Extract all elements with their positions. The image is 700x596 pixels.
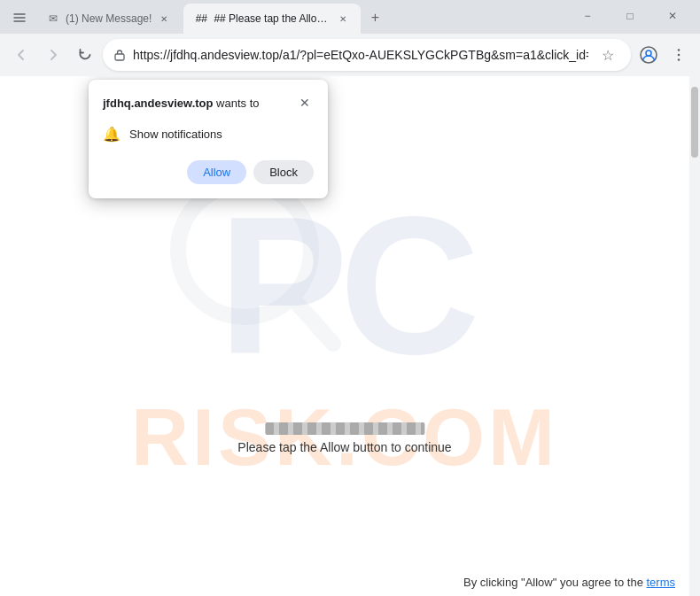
popup-wants-text: wants to <box>213 97 259 110</box>
page-content: PC RISK.COM Please tap the Allow button … <box>0 76 689 596</box>
svg-point-5 <box>678 58 681 61</box>
bell-icon: 🔔 <box>103 126 121 143</box>
allow-button[interactable]: Allow <box>187 160 246 184</box>
popup-close-button[interactable]: ✕ <box>296 94 314 112</box>
magnifier-watermark <box>165 171 342 366</box>
popup-permission-row: 🔔 Show notifications <box>103 122 314 146</box>
back-button[interactable] <box>7 41 35 69</box>
svg-rect-0 <box>115 54 124 60</box>
popup-site-name: jfdhq.andesview.top <box>103 97 213 110</box>
page-instruction: Please tap the Allow button to continue <box>237 440 451 454</box>
nav-bar: ☆ <box>0 34 700 76</box>
footer-text: By clicking "Allow" you agree to the <box>463 576 647 589</box>
tab1-close-button[interactable]: ✕ <box>157 12 171 26</box>
tab1-favicon: ✉ <box>46 12 60 26</box>
window-controls: − □ ✕ <box>567 4 693 34</box>
tab-new-message[interactable]: ✉ (1) New Message! ✕ <box>35 4 182 34</box>
loading-progress-bar <box>265 422 424 435</box>
tab-bar: ✉ (1) New Message! ✕ ## ## Please tap th… <box>0 0 700 34</box>
new-tab-button[interactable]: + <box>362 5 387 30</box>
tab2-favicon: ## <box>194 12 208 26</box>
browser-body: PC RISK.COM Please tap the Allow button … <box>0 76 700 596</box>
reload-button[interactable] <box>71 41 99 69</box>
popup-header: jfdhq.andesview.top wants to ✕ <box>103 94 314 112</box>
toolbar-right <box>634 41 693 69</box>
terms-link[interactable]: terms <box>647 576 676 589</box>
popup-permission-text: Show notifications <box>129 128 222 141</box>
block-button[interactable]: Block <box>253 160 314 184</box>
pc-watermark-text: PC <box>218 189 471 383</box>
address-input[interactable] <box>133 48 588 62</box>
scrollbar[interactable] <box>689 76 700 596</box>
svg-line-7 <box>295 301 333 344</box>
svg-point-6 <box>178 184 311 317</box>
forward-button[interactable] <box>39 41 67 69</box>
close-button[interactable]: ✕ <box>652 4 693 28</box>
popup-title: jfdhq.andesview.top wants to <box>103 97 260 110</box>
page-footer: By clicking "Allow" you agree to the ter… <box>463 576 675 589</box>
bookmark-button[interactable]: ☆ <box>595 43 620 67</box>
popup-buttons: Allow Block <box>103 160 314 184</box>
address-bar[interactable]: ☆ <box>103 39 631 71</box>
tab1-label: (1) New Message! <box>66 12 152 25</box>
svg-point-4 <box>678 54 681 57</box>
minimize-button[interactable]: − <box>567 4 608 28</box>
page-center: Please tap the Allow button to continue <box>237 422 451 454</box>
svg-point-3 <box>678 49 681 51</box>
tab2-close-button[interactable]: ✕ <box>336 12 350 26</box>
lock-icon <box>113 49 126 61</box>
svg-point-2 <box>646 50 651 56</box>
scrollbar-thumb[interactable] <box>691 87 698 158</box>
tab2-label: ## Please tap the Allow button <box>214 12 331 25</box>
profile-button[interactable] <box>634 41 663 69</box>
browser-frame: ✉ (1) New Message! ✕ ## ## Please tap th… <box>0 0 700 596</box>
permission-popup: jfdhq.andesview.top wants to ✕ 🔔 Show no… <box>89 80 328 198</box>
maximize-button[interactable]: □ <box>610 4 650 28</box>
tab-allow-button[interactable]: ## ## Please tap the Allow button ✕ <box>183 4 361 34</box>
tab-list-button[interactable] <box>7 5 32 30</box>
menu-button[interactable] <box>665 41 693 69</box>
